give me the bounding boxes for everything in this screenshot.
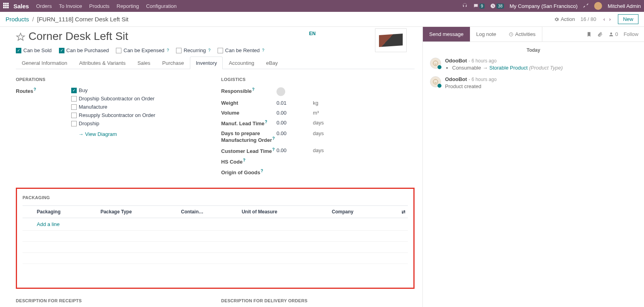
recurring-checkbox[interactable]: Recurring? bbox=[176, 47, 210, 53]
packaging-title: PACKAGING bbox=[23, 195, 408, 200]
menu-reporting[interactable]: Reporting bbox=[117, 3, 139, 9]
packaging-section-highlighted: PACKAGING Packaging Package Type Contain… bbox=[16, 188, 415, 289]
activities-icon[interactable]: 38 bbox=[490, 3, 504, 9]
date-separator: Today bbox=[430, 47, 637, 53]
notebook-tabs: General Information Attributes & Variant… bbox=[16, 57, 415, 69]
user-name[interactable]: Mitchell Admin bbox=[608, 3, 641, 9]
operations-section: OPERATIONS Routes? Buy Dropship Subcontr… bbox=[16, 77, 209, 180]
topbar: Sales Orders To Invoice Products Reporti… bbox=[0, 0, 644, 12]
page-title[interactable]: Corner Desk Left Sit bbox=[28, 30, 128, 43]
operations-title: OPERATIONS bbox=[16, 77, 209, 82]
can-be-rented-checkbox[interactable]: Can be Rented? bbox=[218, 47, 264, 53]
tab-general-information[interactable]: General Information bbox=[16, 57, 73, 69]
bot-avatar bbox=[430, 76, 441, 87]
arrow-right-icon: → bbox=[78, 131, 83, 137]
headset-icon[interactable] bbox=[462, 3, 468, 9]
top-menu: Orders To Invoice Products Reporting Con… bbox=[36, 3, 176, 9]
company-switcher[interactable]: My Company (San Francisco) bbox=[510, 3, 578, 9]
menu-to-invoice[interactable]: To Invoice bbox=[59, 3, 82, 9]
new-button[interactable]: New bbox=[618, 14, 638, 24]
columns-adjust-icon[interactable]: ⇄ bbox=[388, 205, 408, 218]
bookmark-icon[interactable] bbox=[586, 32, 592, 37]
pager-next[interactable]: › bbox=[608, 15, 612, 23]
menu-orders[interactable]: Orders bbox=[36, 3, 52, 9]
can-be-expensed-checkbox[interactable]: Can be Expensed? bbox=[116, 47, 169, 53]
can-be-sold-checkbox[interactable]: Can be Sold bbox=[16, 47, 52, 53]
pager[interactable]: 16 / 80 bbox=[581, 16, 597, 22]
svg-point-2 bbox=[433, 79, 438, 84]
breadcrumb-root[interactable]: Products bbox=[6, 16, 29, 23]
table-row bbox=[23, 230, 408, 241]
manuf-lead-time-input[interactable]: 0.00 bbox=[277, 120, 308, 126]
attachment-icon[interactable] bbox=[597, 32, 603, 37]
message: OdooBot- 6 hours ago Consumable→Storable… bbox=[430, 58, 637, 71]
weight-input[interactable]: 0.01 bbox=[277, 100, 308, 106]
view-diagram-link[interactable]: →View Diagram bbox=[78, 131, 155, 137]
days-prepare-mo-input[interactable]: 0.00 bbox=[277, 130, 308, 136]
tools-icon[interactable] bbox=[583, 3, 589, 9]
app-brand[interactable]: Sales bbox=[13, 3, 29, 9]
activities-button[interactable]: Activities bbox=[502, 27, 542, 41]
tab-accounting[interactable]: Accounting bbox=[223, 57, 260, 69]
breadcrumb: Products / [FURN_1118] Corner Desk Left … bbox=[6, 16, 129, 23]
route-buy[interactable]: Buy bbox=[71, 87, 155, 93]
gear-icon bbox=[554, 17, 559, 22]
messages-icon[interactable]: 9 bbox=[473, 3, 485, 9]
log-note-button[interactable]: Log note bbox=[470, 27, 503, 41]
control-panel: Products / [FURN_1118] Corner Desk Left … bbox=[0, 12, 644, 27]
tab-attributes-variants[interactable]: Attributes & Variants bbox=[73, 57, 132, 69]
tab-inventory[interactable]: Inventory bbox=[190, 57, 223, 69]
route-manufacture[interactable]: Manufacture bbox=[71, 104, 155, 110]
followers-button[interactable]: 0 bbox=[608, 31, 618, 37]
follow-button[interactable]: Follow bbox=[623, 31, 638, 37]
svg-point-1 bbox=[433, 61, 438, 66]
tab-ebay[interactable]: eBay bbox=[260, 57, 284, 69]
tab-purchase[interactable]: Purchase bbox=[156, 57, 190, 69]
route-resupply-subcontractor[interactable]: Resupply Subcontractor on Order bbox=[71, 112, 155, 118]
clock-icon bbox=[509, 32, 513, 37]
bot-avatar bbox=[430, 58, 441, 69]
product-flags: Can be Sold Can be Purchased Can be Expe… bbox=[16, 47, 415, 53]
menu-configuration[interactable]: Configuration bbox=[146, 3, 176, 9]
volume-input[interactable]: 0.00 bbox=[277, 110, 308, 116]
chatter: Send message Log note Activities 0 Follo… bbox=[422, 27, 644, 307]
table-row bbox=[23, 241, 408, 252]
apps-icon[interactable] bbox=[3, 3, 9, 9]
customer-lead-time-input[interactable]: 0.00 bbox=[277, 147, 308, 153]
action-dropdown[interactable]: Action bbox=[554, 16, 575, 22]
topbar-right: 9 38 My Company (San Francisco) Mitchell… bbox=[462, 2, 641, 10]
menu-products[interactable]: Products bbox=[89, 3, 109, 9]
description-delivery: DESCRIPTION FOR DELIVERY ORDERS This not… bbox=[221, 298, 415, 307]
add-line-link[interactable]: Add a line bbox=[37, 221, 60, 227]
message: OdooBot- 6 hours ago Product created bbox=[430, 76, 637, 89]
product-image[interactable] bbox=[375, 28, 407, 52]
route-dropship-subcontractor[interactable]: Dropship Subcontractor on Order bbox=[71, 96, 155, 102]
form-view: Corner Desk Left Sit EN Can be Sold Can … bbox=[0, 27, 422, 307]
logistics-title: LOGISTICS bbox=[221, 77, 415, 82]
packaging-table: Packaging Package Type Contain… Unit of … bbox=[23, 205, 408, 264]
pager-prev[interactable]: ‹ bbox=[602, 15, 606, 23]
can-be-purchased-checkbox[interactable]: Can be Purchased bbox=[59, 47, 109, 53]
logistics-section: LOGISTICS Responsible? Weight0.01kg Volu… bbox=[221, 77, 415, 180]
send-message-button[interactable]: Send message bbox=[423, 27, 470, 41]
avatar[interactable] bbox=[594, 2, 602, 10]
description-receipts: DESCRIPTION FOR RECEIPTS This note is ad… bbox=[16, 298, 209, 307]
breadcrumb-current: [FURN_1118] Corner Desk Left Sit bbox=[37, 16, 129, 23]
routes-list: Buy Dropship Subcontractor on Order Manu… bbox=[71, 87, 155, 137]
table-row bbox=[23, 252, 408, 264]
tab-sales[interactable]: Sales bbox=[131, 57, 156, 69]
favorite-star-icon[interactable] bbox=[16, 32, 25, 42]
responsible-avatar[interactable] bbox=[277, 87, 285, 96]
route-dropship[interactable]: Dropship bbox=[71, 121, 155, 126]
lang-badge[interactable]: EN bbox=[309, 31, 316, 36]
